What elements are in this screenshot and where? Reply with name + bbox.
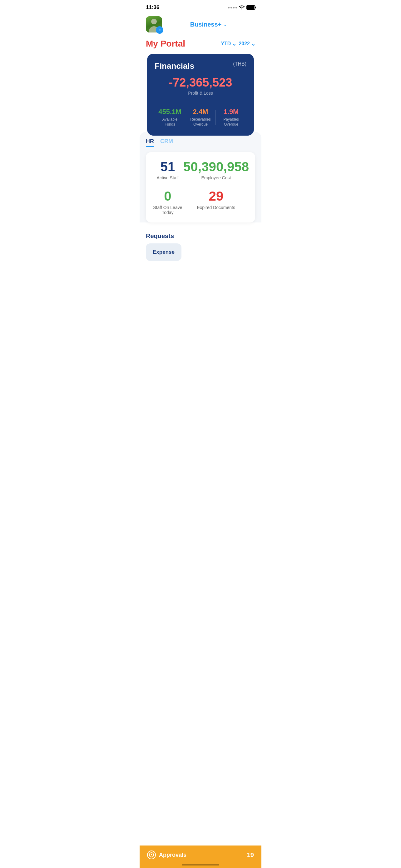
payables-metric: 1.9M PayablesOverdue xyxy=(216,108,246,127)
financials-header: Financials (THB) xyxy=(155,61,246,71)
divider xyxy=(155,102,246,102)
avatar-container[interactable]: ≡ xyxy=(146,16,162,32)
available-funds-label: AvailableFunds xyxy=(155,117,185,127)
expense-request-card[interactable]: Expense xyxy=(146,243,181,261)
available-funds-value: 455.1M xyxy=(155,108,185,116)
financials-card: Financials (THB) -72,365,523 Profit & Lo… xyxy=(147,54,254,135)
ytd-label: YTD xyxy=(221,41,231,46)
receivables-metric: 2.4M ReceivablesOverdue xyxy=(185,108,216,127)
staff-on-leave-label: Staff On Leave Today xyxy=(152,205,183,215)
ytd-filter[interactable]: YTD ⌄ xyxy=(221,41,236,47)
active-staff-label: Active Staff xyxy=(152,175,183,180)
financials-title: Financials xyxy=(155,61,194,71)
pnl-value: -72,365,523 xyxy=(155,76,246,89)
active-staff-count: 51 xyxy=(152,160,183,174)
employee-cost-stat[interactable]: 50,390,958 Employee Cost xyxy=(183,160,249,180)
filter-row: YTD ⌄ 2022 ⌄ xyxy=(221,41,255,47)
receivables-value: 2.4M xyxy=(185,108,216,116)
business-selector[interactable]: Business+ ⌄ xyxy=(162,21,255,28)
business-chevron-icon: ⌄ xyxy=(223,22,227,27)
payables-value: 1.9M xyxy=(216,108,246,116)
staff-on-leave-stat[interactable]: 0 Staff On Leave Today xyxy=(152,189,183,215)
requests-section: Requests Expense xyxy=(140,227,261,266)
tab-crm[interactable]: CRM xyxy=(160,138,173,147)
ytd-chevron-icon: ⌄ xyxy=(232,41,236,47)
year-filter[interactable]: 2022 ⌄ xyxy=(239,41,255,47)
year-label: 2022 xyxy=(239,41,250,46)
chat-icon: ≡ xyxy=(158,28,161,32)
wifi-icon xyxy=(239,5,244,10)
battery-icon xyxy=(246,5,255,10)
staff-on-leave-count: 0 xyxy=(152,189,183,204)
expired-docs-stat[interactable]: 29 Expired Documents xyxy=(183,189,249,215)
active-staff-stat[interactable]: 51 Active Staff xyxy=(152,160,183,180)
tab-crm-label: CRM xyxy=(160,138,173,144)
signal-icon xyxy=(228,7,237,8)
tab-hr[interactable]: HR xyxy=(146,138,154,147)
year-chevron-icon: ⌄ xyxy=(251,41,255,47)
receivables-label: ReceivablesOverdue xyxy=(185,117,216,127)
expired-docs-label: Expired Documents xyxy=(183,205,249,210)
hr-stats-card: 51 Active Staff 50,390,958 Employee Cost… xyxy=(146,152,255,222)
status-time: 11:36 xyxy=(146,4,159,11)
expense-label: Expense xyxy=(153,249,175,255)
expired-docs-count: 29 xyxy=(183,189,249,204)
chat-badge[interactable]: ≡ xyxy=(156,26,163,34)
employee-cost-count: 50,390,958 xyxy=(183,160,249,174)
tabs-section: HR CRM 51 Active Staff 50,390,958 Employ… xyxy=(140,132,261,222)
header: ≡ Business+ ⌄ xyxy=(140,14,261,37)
requests-title: Requests xyxy=(146,232,255,240)
metrics-row: 455.1M AvailableFunds 2.4M ReceivablesOv… xyxy=(155,108,246,127)
page-title-row: My Portal YTD ⌄ 2022 ⌄ xyxy=(140,37,261,54)
tabs-row: HR CRM xyxy=(146,138,255,147)
stats-grid: 51 Active Staff 50,390,958 Employee Cost… xyxy=(152,160,249,215)
status-bar: 11:36 xyxy=(140,0,261,14)
request-cards-row: Expense xyxy=(146,243,255,261)
status-icons xyxy=(228,5,255,10)
page-title: My Portal xyxy=(146,39,185,49)
business-name: Business+ xyxy=(190,21,222,28)
financials-currency: (THB) xyxy=(233,61,246,67)
tab-hr-label: HR xyxy=(146,138,154,144)
available-funds-metric: 455.1M AvailableFunds xyxy=(155,108,185,127)
pnl-label: Profit & Loss xyxy=(155,91,246,96)
employee-cost-label: Employee Cost xyxy=(183,175,249,180)
payables-label: PayablesOverdue xyxy=(216,117,246,127)
